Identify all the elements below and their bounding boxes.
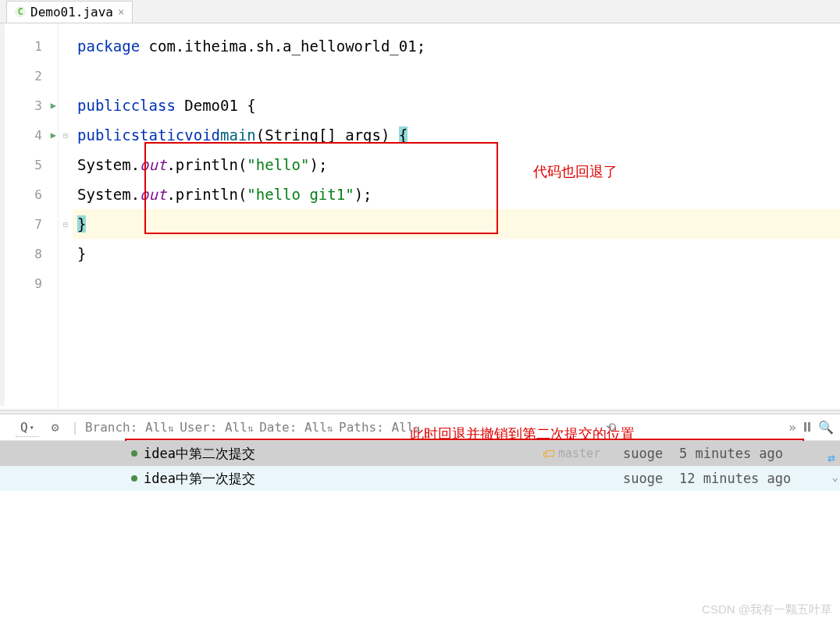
tab-bar: C Demo01.java × xyxy=(0,0,840,23)
line-number: 3 xyxy=(34,98,42,113)
java-class-icon: C xyxy=(15,6,26,17)
date-filter[interactable]: Date: All⇅ xyxy=(259,420,333,435)
gear-icon[interactable]: ⚙ xyxy=(52,420,59,435)
code-text: com.itheima.sh.a_helloworld_01; xyxy=(140,37,425,55)
line-number: 6 xyxy=(34,187,42,202)
editor[interactable]: 1 2 3▶ 4▶ 5 6 7 8 9 ⊟ ⊟ package com.ithe… xyxy=(0,23,840,410)
line-number: 1 xyxy=(34,39,42,54)
commit-dot-icon xyxy=(131,475,137,482)
keyword: package xyxy=(77,37,140,55)
code-text: Demo01 { xyxy=(176,97,256,114)
watermark: CSDN @我有一颗五叶草 xyxy=(702,602,832,617)
commit-list: idea中第二次提交 🏷 master suoge 5 minutes ago … xyxy=(0,441,840,622)
refresh-icon[interactable]: ⟲ xyxy=(606,420,616,435)
code-text: System. xyxy=(77,186,140,203)
brace: } xyxy=(77,215,86,233)
swap-icon[interactable]: ⇄ xyxy=(823,446,840,469)
vcs-toolbar: Q▾ ⚙ | Branch: All⇅ User: All⇅ Date: All… xyxy=(0,414,840,441)
code-text: System. xyxy=(77,156,140,173)
keyword: public xyxy=(77,126,131,144)
run-gutter-icon[interactable]: ▶ xyxy=(51,130,56,140)
line-number: 7 xyxy=(34,217,42,232)
search-input[interactable]: Q▾ xyxy=(16,418,39,437)
branch-name: master xyxy=(558,446,600,460)
annotation-text: 代码也回退了 xyxy=(533,162,618,181)
more-icon[interactable]: » xyxy=(788,420,796,435)
commit-row[interactable]: idea中第一次提交 suoge 12 minutes ago xyxy=(0,466,840,491)
commit-row[interactable]: idea中第二次提交 🏷 master suoge 5 minutes ago xyxy=(0,441,840,466)
chevron-down-icon: ▾ xyxy=(30,423,34,432)
commit-author: suoge xyxy=(623,446,663,461)
code-area[interactable]: package com.itheima.sh.a_helloworld_01; … xyxy=(73,23,840,410)
tag-icon: 🏷 xyxy=(543,446,555,461)
line-number-gutter: 1 2 3▶ 4▶ 5 6 7 8 9 xyxy=(0,23,59,410)
commit-author: suoge xyxy=(623,471,663,486)
keyword: class xyxy=(131,97,176,114)
paths-filter[interactable]: Paths: All⇅ xyxy=(339,420,420,435)
user-filter[interactable]: User: All⇅ xyxy=(180,420,253,435)
line-number: 8 xyxy=(34,247,42,261)
code-text: (String[] args) xyxy=(256,126,399,144)
keyword: public xyxy=(77,97,131,114)
brace: { xyxy=(399,126,408,144)
chevron-down-icon[interactable]: ⌄ xyxy=(832,471,838,483)
annotation-box xyxy=(144,142,498,234)
line-number: 2 xyxy=(34,69,42,84)
keyword: static xyxy=(131,126,185,144)
commit-date: 5 minutes ago xyxy=(679,446,783,461)
pause-icon[interactable] xyxy=(804,422,810,432)
search-icon[interactable]: 🔍 xyxy=(818,420,834,435)
close-icon[interactable]: × xyxy=(118,5,124,18)
fold-expand-icon[interactable]: ⊟ xyxy=(63,220,68,229)
method-name: main xyxy=(220,126,256,144)
fold-gutter: ⊟ ⊟ xyxy=(59,23,73,410)
tab-filename: Demo01.java xyxy=(30,5,113,20)
line-number: 5 xyxy=(34,158,42,172)
fold-collapse-icon[interactable]: ⊟ xyxy=(63,131,68,140)
commit-dot-icon xyxy=(131,450,137,457)
line-number: 9 xyxy=(34,276,42,291)
file-tab[interactable]: C Demo01.java × xyxy=(6,1,133,23)
commit-message: idea中第一次提交 xyxy=(144,470,255,488)
vcs-log-panel: Q▾ ⚙ | Branch: All⇅ User: All⇅ Date: All… xyxy=(0,414,840,622)
commit-date: 12 minutes ago xyxy=(679,471,791,486)
commit-message: idea中第二次提交 xyxy=(144,445,255,463)
keyword: void xyxy=(184,126,220,144)
branch-tag: 🏷 master xyxy=(543,446,600,461)
run-gutter-icon[interactable]: ▶ xyxy=(51,100,56,111)
line-number: 4 xyxy=(34,128,42,143)
brace: } xyxy=(77,245,86,262)
branch-filter[interactable]: Branch: All⇅ xyxy=(85,420,173,435)
